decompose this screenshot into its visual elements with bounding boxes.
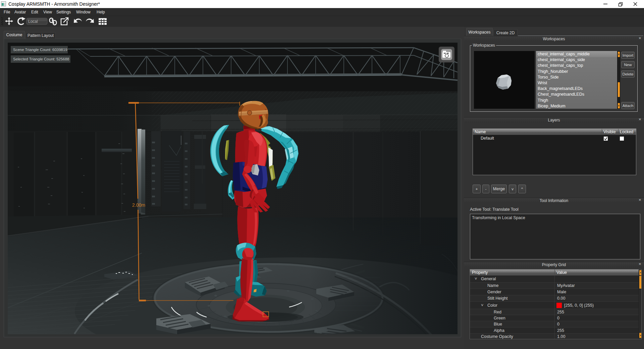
svg-text:Local: Local [28,19,38,24]
svg-text:2.00m: 2.00m [132,202,145,208]
svg-text:Selected Triangle Count: 52568: Selected Triangle Count: 525688 [13,57,69,61]
svg-text:Scene Triangle Count: 6039819: Scene Triangle Count: 6039819 [13,48,67,52]
